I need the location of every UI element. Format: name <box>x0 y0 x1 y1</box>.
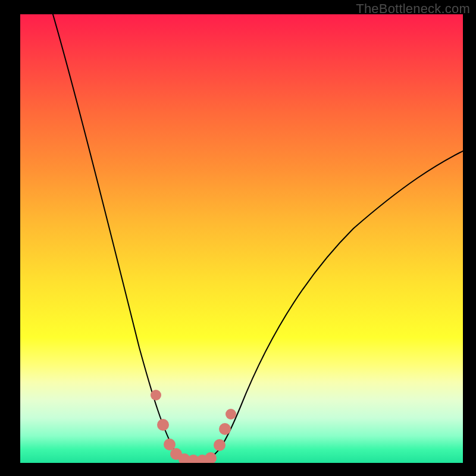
marker-dot <box>214 439 226 451</box>
marker-dot <box>151 390 161 400</box>
watermark-text: TheBottleneck.com <box>356 1 470 17</box>
chart-frame: TheBottleneck.com <box>0 0 476 476</box>
curve-right-branch <box>202 146 463 461</box>
marker-dot <box>219 423 231 435</box>
plot-area <box>20 14 463 463</box>
bottleneck-curve-svg <box>20 14 463 463</box>
marker-dot <box>157 419 169 431</box>
marker-dot <box>226 409 236 419</box>
curve-left-branch <box>51 14 196 461</box>
